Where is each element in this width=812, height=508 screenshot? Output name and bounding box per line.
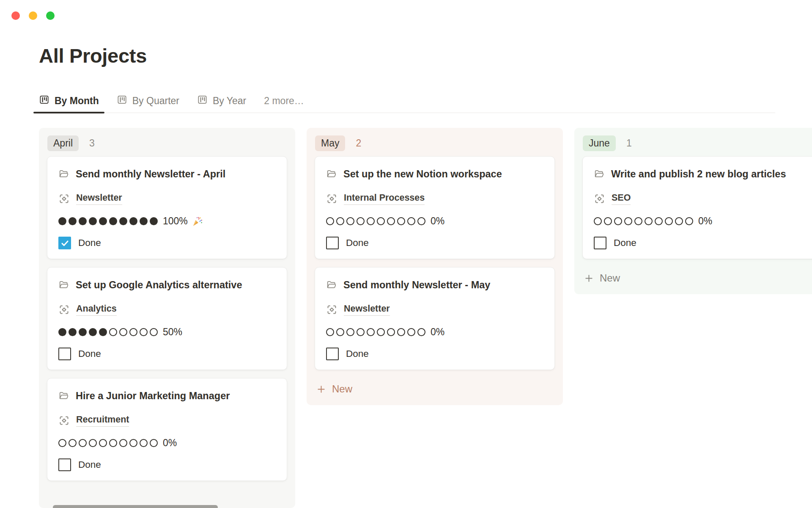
project-card[interactable]: Send monthly Newsletter - MayNewsletter0… xyxy=(315,267,555,370)
relation-tag[interactable]: Newsletter xyxy=(76,193,122,205)
progress-dot xyxy=(69,328,77,336)
relation-tag[interactable]: SEO xyxy=(612,193,631,205)
progress-dot xyxy=(150,328,158,336)
progress-dot xyxy=(89,439,97,447)
progress-dot xyxy=(109,217,117,225)
done-checkbox-unchecked[interactable] xyxy=(594,237,606,249)
board: April3Send monthly Newsletter - AprilNew… xyxy=(39,128,812,508)
progress-percent: 100% xyxy=(163,215,188,227)
board-view-icon xyxy=(39,94,49,108)
card-title-row: Set up Google Analytics alternative xyxy=(58,277,276,295)
relation-tag[interactable]: Internal Processes xyxy=(344,193,425,205)
column-cards: Write and publish 2 new blog articlesSEO… xyxy=(574,156,812,259)
progress-dot xyxy=(346,328,354,336)
column-card-count: 1 xyxy=(626,138,632,149)
progress-dot xyxy=(89,217,97,225)
progress-dot xyxy=(407,217,415,225)
project-card[interactable]: Set up Google Analytics alternativeAnaly… xyxy=(47,267,287,370)
progress-dot xyxy=(99,439,107,447)
relation-tag[interactable]: Newsletter xyxy=(344,304,390,316)
progress-dot xyxy=(58,439,66,447)
done-label: Done xyxy=(614,237,636,248)
project-card[interactable]: Set up the new Notion workspaceInternal … xyxy=(315,156,555,259)
add-new-card-button[interactable]: New xyxy=(307,378,563,405)
done-property-row: Done xyxy=(58,237,276,249)
relation-tag[interactable]: Analytics xyxy=(76,304,117,316)
board-view-icon xyxy=(117,94,127,108)
progress-indicator: 0% xyxy=(58,437,276,449)
open-folder-icon xyxy=(58,390,69,406)
card-tag-row: Internal Processes xyxy=(326,193,543,205)
new-button-label: New xyxy=(600,272,620,284)
board-view-icon xyxy=(197,94,208,108)
progress-percent: 0% xyxy=(698,215,712,227)
progress-dot xyxy=(129,328,137,336)
card-title: Hire a Junior Marketing Manager xyxy=(76,390,230,401)
progress-dot xyxy=(675,217,683,225)
column-title-pill[interactable]: April xyxy=(47,135,79,151)
done-label: Done xyxy=(78,348,101,359)
progress-percent: 0% xyxy=(163,437,177,449)
tab-by-quarter[interactable]: By Quarter xyxy=(117,89,179,113)
done-checkbox-unchecked[interactable] xyxy=(58,348,71,360)
progress-dot xyxy=(655,217,663,225)
done-checkbox-unchecked[interactable] xyxy=(58,458,71,471)
relation-icon xyxy=(58,415,70,426)
progress-indicator: 50% xyxy=(58,326,276,338)
tabs-more-button[interactable]: 2 more… xyxy=(264,89,304,113)
horizontal-scrollbar-thumb[interactable] xyxy=(53,505,218,508)
progress-dot xyxy=(89,328,97,336)
page-title: All Projects xyxy=(39,44,147,67)
project-card[interactable]: Send monthly Newsletter - AprilNewslette… xyxy=(47,156,287,259)
add-new-card-button[interactable]: New xyxy=(574,267,812,294)
progress-dot xyxy=(604,217,612,225)
done-property-row: Done xyxy=(326,237,543,249)
open-folder-icon xyxy=(58,168,69,184)
progress-dot xyxy=(99,328,107,336)
progress-dot xyxy=(79,328,87,336)
progress-dot xyxy=(407,328,415,336)
card-tag-row: Newsletter xyxy=(58,193,276,205)
done-property-row: Done xyxy=(326,348,543,360)
column-title-pill[interactable]: May xyxy=(315,135,345,151)
progress-dot xyxy=(397,217,405,225)
close-window-button[interactable] xyxy=(11,11,20,20)
column-title-pill[interactable]: June xyxy=(583,135,616,151)
board-column-april: April3Send monthly Newsletter - AprilNew… xyxy=(39,128,295,508)
progress-dot xyxy=(417,328,425,336)
card-title-row: Set up the new Notion workspace xyxy=(326,166,543,184)
progress-dot xyxy=(594,217,602,225)
progress-dot xyxy=(79,217,87,225)
progress-dot xyxy=(140,439,148,447)
progress-dot xyxy=(336,217,344,225)
tab-by-year[interactable]: By Year xyxy=(197,89,246,113)
project-card[interactable]: Hire a Junior Marketing ManagerRecruitme… xyxy=(47,378,287,481)
minimize-window-button[interactable] xyxy=(29,11,37,20)
done-checkbox-checked[interactable] xyxy=(58,237,71,249)
board-column-june: June1Write and publish 2 new blog articl… xyxy=(574,128,812,294)
column-cards: Set up the new Notion workspaceInternal … xyxy=(307,156,563,370)
column-header: May2 xyxy=(307,128,563,156)
card-title-row: Send monthly Newsletter - May xyxy=(326,277,543,295)
card-tag-row: Analytics xyxy=(58,304,276,316)
progress-dot xyxy=(397,328,405,336)
progress-dot xyxy=(150,439,158,447)
done-property-row: Done xyxy=(58,348,276,360)
tab-by-month[interactable]: By Month xyxy=(39,89,99,113)
done-checkbox-unchecked[interactable] xyxy=(326,348,339,360)
zoom-window-button[interactable] xyxy=(46,11,55,20)
card-tag-row: SEO xyxy=(594,193,811,205)
open-folder-icon xyxy=(326,168,337,184)
card-title-row: Send monthly Newsletter - April xyxy=(58,166,276,184)
done-checkbox-unchecked[interactable] xyxy=(326,237,339,249)
progress-dot xyxy=(387,217,395,225)
tabs-more-label: 2 more… xyxy=(264,95,304,107)
progress-dot xyxy=(58,217,66,225)
progress-dot xyxy=(665,217,673,225)
progress-percent: 50% xyxy=(163,326,182,338)
party-popper-icon xyxy=(192,215,203,227)
progress-dot xyxy=(326,328,334,336)
project-card[interactable]: Write and publish 2 new blog articlesSEO… xyxy=(582,156,812,259)
relation-tag[interactable]: Recruitment xyxy=(76,414,129,427)
plus-icon xyxy=(316,384,326,394)
